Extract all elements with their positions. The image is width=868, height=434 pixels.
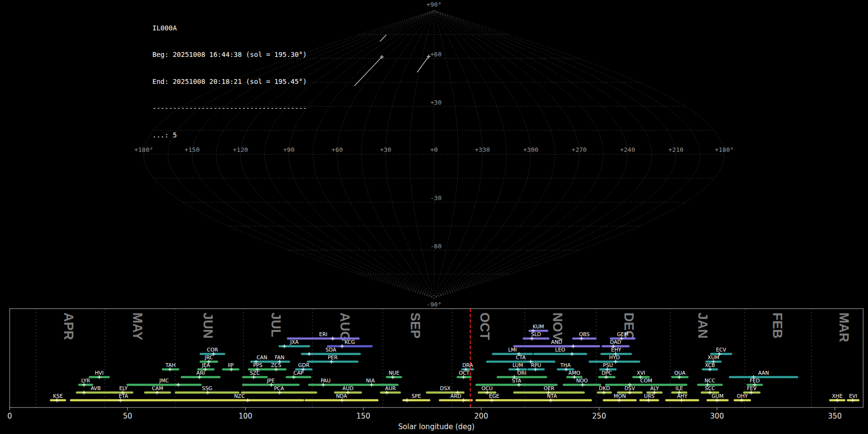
shower-code-label: XUM bbox=[708, 354, 719, 360]
shower-code-label: NIA bbox=[366, 378, 375, 383]
x-tick-label: 300 bbox=[710, 412, 724, 420]
shower-AVB: AVB bbox=[77, 385, 114, 394]
month-label: MAY bbox=[130, 312, 145, 340]
shower-XCB: XCB bbox=[703, 362, 717, 371]
shower-code-label: NZC bbox=[234, 393, 245, 399]
begin-time-line: Beg: 20251008 16:44:38 (sol = 195.30°) bbox=[152, 50, 307, 59]
lon-label: +270 bbox=[571, 146, 586, 153]
shower-QUA: QUA bbox=[672, 370, 688, 379]
shower-code-label: URS bbox=[644, 393, 654, 399]
shower-code-label: EHY bbox=[611, 347, 622, 353]
shower-code-label: XHE bbox=[832, 393, 842, 399]
shower-code-label: CAM bbox=[152, 385, 163, 391]
shower-code-label: ETA bbox=[119, 393, 128, 399]
lon-label: +0 bbox=[430, 146, 438, 153]
shower-code-label: AUD bbox=[342, 385, 353, 391]
shower-code-label: COR bbox=[207, 347, 218, 353]
lon-label: +210 bbox=[668, 146, 683, 153]
shower-code-label: IIP bbox=[228, 362, 234, 368]
shower-HVI: HVI bbox=[90, 370, 108, 379]
shower-code-label: KCG bbox=[344, 339, 355, 345]
meteor-observation-screen: IL000A Beg: 20251008 16:44:38 (sol = 195… bbox=[0, 0, 868, 434]
shower-code-label: JEA bbox=[202, 362, 211, 368]
month-label: APR bbox=[61, 312, 76, 340]
shower-DPC: DPC bbox=[599, 370, 614, 379]
shower-URS: URS bbox=[640, 393, 658, 402]
shower-code-label: AVB bbox=[91, 385, 101, 391]
shower-code-label: SPE bbox=[412, 393, 421, 399]
shower-LMI: LMI bbox=[493, 347, 532, 356]
shower-code-label: HVI bbox=[95, 370, 104, 376]
shower-SLD: SLD bbox=[524, 331, 548, 340]
shower-JMC: JMC bbox=[128, 378, 201, 387]
shower-ARD: ARD bbox=[440, 393, 472, 402]
lon-label: +240 bbox=[620, 146, 635, 153]
shower-code-label: LMI bbox=[508, 347, 517, 353]
timeline-chart: APRMAYJUNJULAUGSEPOCTNOVDECJANFEBMARKUME… bbox=[7, 309, 863, 431]
month-label: MAR bbox=[837, 312, 851, 342]
pole-top-label: +90° bbox=[426, 1, 441, 8]
shower-HYD: HYD bbox=[590, 354, 639, 364]
pole-bottom-label: -90° bbox=[426, 301, 441, 308]
shower-code-label: CAN bbox=[257, 354, 267, 360]
shower-COM: COM bbox=[606, 378, 686, 387]
shower-code-label: STA bbox=[512, 378, 521, 383]
shower-code-label: EGE bbox=[489, 393, 499, 399]
lon-label: +60 bbox=[332, 146, 343, 153]
shower-code-label: PER bbox=[328, 354, 338, 360]
sky-map-and-timeline-plot: +90°-90°+60+30-30-60+180°+150+120+90+60+… bbox=[0, 0, 868, 434]
end-time-line: End: 20251008 20:18:21 (sol = 195.45°) bbox=[152, 77, 307, 86]
shower-OHY: OHY bbox=[735, 393, 750, 402]
lon-label: +180° bbox=[715, 146, 733, 153]
lat-label: -30 bbox=[430, 194, 441, 202]
shower-code-label: FEV bbox=[747, 385, 757, 391]
shower-code-label: AUR bbox=[385, 385, 396, 391]
station-code: IL000A bbox=[152, 24, 307, 32]
shower-code-label: DAD bbox=[610, 339, 621, 345]
shower-code-label: PAU bbox=[321, 378, 331, 383]
shower-code-label: NUE bbox=[389, 370, 399, 376]
shower-code-label: SLD bbox=[531, 331, 541, 337]
lon-label: +180° bbox=[134, 146, 153, 153]
shower-SZC: SZC bbox=[243, 370, 267, 379]
shower-code-label: SCC bbox=[705, 385, 715, 391]
meteor-trail bbox=[380, 35, 386, 41]
shower-code-label: JRC bbox=[204, 354, 213, 360]
shower-code-label: ARD bbox=[450, 393, 461, 399]
shower-code-label: DRA bbox=[462, 362, 474, 368]
shower-code-label: SZC bbox=[250, 370, 260, 376]
shower-PCA: PCA bbox=[242, 385, 316, 394]
shower-NUE: NUE bbox=[387, 370, 401, 379]
shower-code-label: JXA bbox=[290, 339, 299, 345]
month-label: OCT bbox=[477, 312, 492, 340]
month-labels: APRMAYJUNJULAUGSEPOCTNOVDECJANFEBMAR bbox=[61, 312, 851, 342]
shower-NZC: NZC bbox=[176, 393, 303, 402]
shower-NTA: NTA bbox=[513, 393, 591, 402]
month-label: JUN bbox=[201, 312, 215, 339]
shower-ETA: ETA bbox=[71, 393, 176, 402]
shower-code-label: PSU bbox=[603, 362, 613, 368]
shower-NOO: NOO bbox=[564, 378, 600, 387]
x-tick-label: 200 bbox=[475, 412, 488, 420]
observation-header: IL000A Beg: 20251008 16:44:38 (sol = 195… bbox=[152, 6, 307, 157]
shower-code-label: CAP bbox=[294, 370, 304, 376]
shower-code-label: DSX bbox=[440, 385, 450, 391]
shower-ARI: ARI bbox=[182, 370, 219, 379]
shower-code-label: JPE bbox=[266, 378, 274, 383]
shower-code-label: JMC bbox=[159, 378, 169, 383]
shower-code-label: KUM bbox=[533, 324, 544, 329]
shower-code-label: FAN bbox=[275, 354, 285, 360]
shower-CAM: CAM bbox=[145, 385, 170, 394]
shower-code-label: XCB bbox=[705, 362, 715, 368]
shower-code-label: GDR bbox=[298, 362, 310, 368]
shower-code-label: OCT bbox=[459, 370, 470, 376]
x-axis: 050100150200250300350Solar longitude (de… bbox=[7, 407, 841, 431]
lat-label: +30 bbox=[430, 99, 441, 106]
shower-code-label: LEO bbox=[555, 347, 565, 353]
shower-code-label: ECV bbox=[716, 347, 727, 353]
shower-code-label: KSE bbox=[53, 393, 63, 399]
shower-code-label: RPU bbox=[531, 362, 541, 368]
meteor-trail bbox=[417, 56, 429, 72]
shower-code-label: NDA bbox=[336, 393, 348, 399]
shower-code-label: PPS bbox=[253, 362, 263, 368]
